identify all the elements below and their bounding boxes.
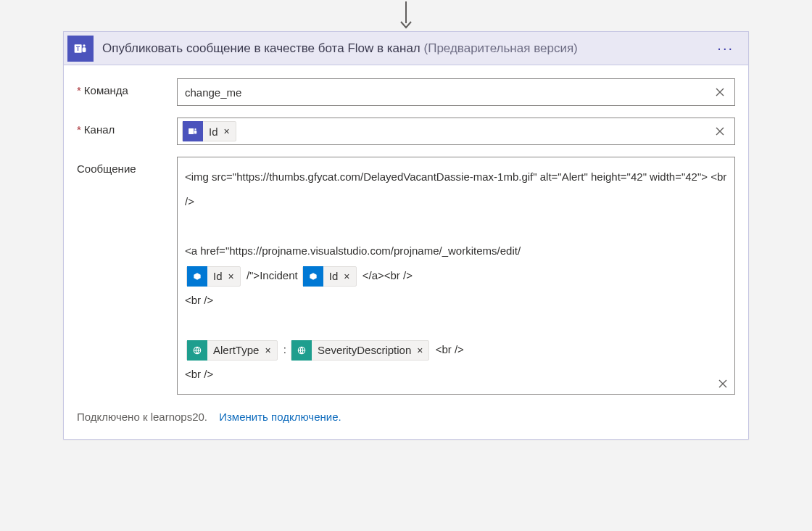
svg-rect-4 xyxy=(83,47,86,52)
token-id-2[interactable]: Id × xyxy=(302,266,357,287)
channel-input[interactable]: Id × xyxy=(177,118,735,145)
token-remove-icon[interactable]: × xyxy=(415,338,428,363)
message-label: Сообщение xyxy=(77,157,177,395)
card-header[interactable]: T Опубликовать сообщение в качестве бота… xyxy=(64,32,748,65)
devops-icon xyxy=(303,266,323,287)
team-input[interactable]: change_me xyxy=(177,78,735,106)
globe-icon xyxy=(291,340,312,361)
card-title: Опубликовать сообщение в качестве бота F… xyxy=(102,41,710,56)
card-menu-button[interactable]: ··· xyxy=(710,40,741,57)
token-remove-icon[interactable]: × xyxy=(227,264,240,289)
globe-icon xyxy=(187,340,207,361)
token-remove-icon[interactable]: × xyxy=(223,125,236,137)
svg-text:T: T xyxy=(76,45,80,52)
svg-rect-7 xyxy=(194,131,197,134)
teams-icon: T xyxy=(67,36,94,62)
connection-status: Подключено к learnops20. xyxy=(77,411,207,423)
svg-point-6 xyxy=(194,128,196,130)
field-row-channel: *Канал Id × xyxy=(77,118,735,145)
svg-rect-5 xyxy=(188,128,194,134)
token-severity[interactable]: SeverityDescription × xyxy=(291,340,429,361)
team-label: *Команда xyxy=(77,78,177,106)
field-row-message: Сообщение <img src="https://thumbs.gfyca… xyxy=(77,157,735,395)
flow-arrow-icon xyxy=(399,0,413,30)
token-remove-icon[interactable]: × xyxy=(342,264,355,289)
token-alerttype[interactable]: AlertType × xyxy=(186,340,278,361)
teams-icon xyxy=(183,121,203,141)
connection-footer: Подключено к learnops20. Изменить подклю… xyxy=(77,411,735,423)
channel-label: *Канал xyxy=(77,118,177,145)
devops-icon xyxy=(187,266,207,287)
field-row-team: *Команда change_me xyxy=(77,78,735,106)
token-remove-icon[interactable]: × xyxy=(263,338,276,363)
token-id-1[interactable]: Id × xyxy=(186,266,241,287)
change-connection-link[interactable]: Изменить подключение. xyxy=(219,411,341,423)
message-input[interactable]: <img src="https://thumbs.gfycat.com/Dela… xyxy=(177,157,735,395)
svg-point-3 xyxy=(83,44,85,46)
clear-team-icon[interactable] xyxy=(710,83,730,101)
clear-channel-icon[interactable] xyxy=(710,123,730,140)
clear-message-icon[interactable] xyxy=(717,378,729,390)
flow-action-card: T Опубликовать сообщение в качестве бота… xyxy=(63,31,749,440)
token-channel-id[interactable]: Id × xyxy=(182,121,236,141)
